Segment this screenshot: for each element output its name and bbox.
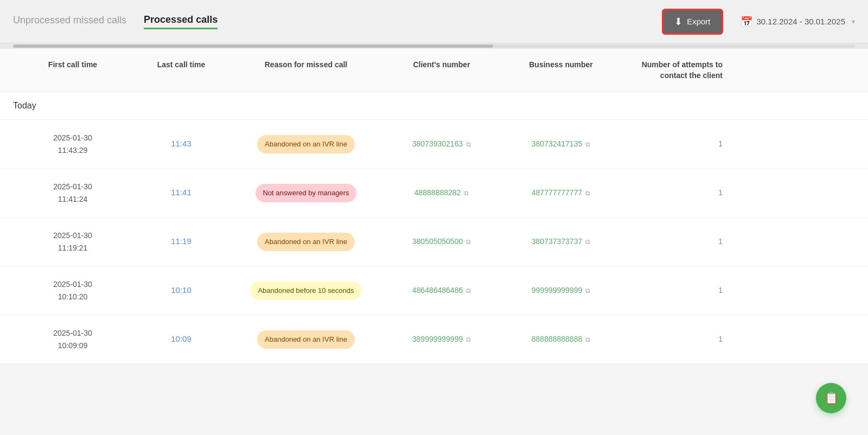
date-range-text: 30.12.2024 - 30.01.2025 xyxy=(757,17,845,26)
business-number-value: 999999999999 xyxy=(532,285,582,296)
calendar-icon: 📅 xyxy=(741,16,752,28)
chevron-down-icon: ▾ xyxy=(852,18,855,25)
clients-number-value: 380505050500 xyxy=(412,236,463,247)
cell-attempts: 1 xyxy=(621,178,729,207)
cell-clients-number: 380739302163 ⧉ xyxy=(382,130,501,158)
cell-reason: Abandoned before 10 seconds xyxy=(230,273,382,309)
cell-attempts: 1 xyxy=(621,130,729,158)
cell-business-number: 999999999999 ⧉ xyxy=(501,276,621,305)
date-range[interactable]: 📅 30.12.2024 - 30.01.2025 ▾ xyxy=(741,16,855,28)
table-row: 2025-01-3010:10:20 10:10 Abandoned befor… xyxy=(0,266,868,315)
scrollbar-track[interactable] xyxy=(13,44,855,48)
section-today: Today xyxy=(0,92,868,120)
cell-last-call-time: 10:10 xyxy=(132,276,230,305)
copy-icon[interactable]: ⧉ xyxy=(466,335,471,344)
copy-icon[interactable]: ⧉ xyxy=(585,139,590,149)
cell-reason: Abandoned on an IVR line xyxy=(230,126,382,162)
reason-badge: Not answered by managers xyxy=(256,184,357,202)
reason-badge: Abandoned before 10 seconds xyxy=(250,282,361,300)
cell-attempts: 1 xyxy=(621,276,729,305)
business-number-value: 380732417135 xyxy=(532,138,582,150)
cell-last-call-time: 11:43 xyxy=(132,129,230,159)
cell-last-call-time: 10:09 xyxy=(132,324,230,354)
reason-badge: Abandoned on an IVR line xyxy=(257,233,355,251)
cell-reason: Abandoned on an IVR line xyxy=(230,224,382,260)
business-number-value: 487777777777 xyxy=(532,187,582,199)
cell-first-call-time: 2025-01-3010:09:09 xyxy=(13,318,132,360)
clients-number-value: 380739302163 xyxy=(412,138,463,150)
tab-processed[interactable]: Processed calls xyxy=(144,14,218,29)
header: Unprocessed missed calls Processed calls… xyxy=(0,0,868,43)
cell-business-number: 380732417135 ⧉ xyxy=(501,130,621,158)
copy-icon[interactable]: ⧉ xyxy=(585,335,590,344)
cell-clients-number: 389999999999 ⧉ xyxy=(382,325,501,354)
rows-container: 2025-01-3011:43:29 11:43 Abandoned on an… xyxy=(0,120,868,364)
cell-clients-number: 380505050500 ⧉ xyxy=(382,227,501,256)
table-row: 2025-01-3011:19:21 11:19 Abandoned on an… xyxy=(0,218,868,266)
reason-badge: Abandoned on an IVR line xyxy=(257,330,355,349)
export-label: Export xyxy=(687,17,710,26)
table-row: 2025-01-3010:09:09 10:09 Abandoned on an… xyxy=(0,315,868,364)
copy-icon[interactable]: ⧉ xyxy=(585,237,590,247)
clients-number-value: 48888888282 xyxy=(414,187,461,199)
cell-attempts: 1 xyxy=(621,325,729,354)
export-button[interactable]: ⬇ Export xyxy=(662,9,723,35)
cell-first-call-time: 2025-01-3011:41:24 xyxy=(13,172,132,214)
cell-business-number: 487777777777 ⧉ xyxy=(501,178,621,207)
scrollbar-row xyxy=(0,43,868,49)
cell-reason: Not answered by managers xyxy=(230,175,382,211)
cell-attempts: 1 xyxy=(621,227,729,256)
cell-first-call-time: 2025-01-3011:43:29 xyxy=(13,123,132,165)
col-business-number: Business number xyxy=(501,49,621,92)
copy-icon[interactable]: ⧉ xyxy=(464,188,469,198)
col-last-call-time: Last call time xyxy=(132,49,230,92)
col-clients-number: Client's number xyxy=(382,49,501,92)
cell-business-number: 888888888888 ⧉ xyxy=(501,325,621,354)
reason-badge: Abandoned on an IVR line xyxy=(257,135,355,153)
scrollbar-thumb[interactable] xyxy=(13,44,493,48)
cell-business-number: 380737373737 ⧉ xyxy=(501,227,621,256)
table-row: 2025-01-3011:43:29 11:43 Abandoned on an… xyxy=(0,120,868,169)
cell-clients-number: 48888888282 ⧉ xyxy=(382,178,501,207)
table-row: 2025-01-3011:41:24 11:41 Not answered by… xyxy=(0,169,868,218)
col-attempts: Number of attempts to contact the client xyxy=(621,49,729,92)
table-container: First call time Last call time Reason fo… xyxy=(0,49,868,364)
cell-first-call-time: 2025-01-3011:19:21 xyxy=(13,221,132,263)
col-first-call-time: First call time xyxy=(13,49,132,92)
cell-last-call-time: 11:41 xyxy=(132,178,230,208)
cell-last-call-time: 11:19 xyxy=(132,227,230,257)
copy-icon[interactable]: ⧉ xyxy=(466,139,471,149)
tab-unprocessed[interactable]: Unprocessed missed calls xyxy=(13,15,126,28)
cell-clients-number: 486486486486 ⧉ xyxy=(382,276,501,305)
col-reason: Reason for missed call xyxy=(230,49,382,92)
cell-reason: Abandoned on an IVR line xyxy=(230,322,382,357)
clients-number-value: 389999999999 xyxy=(412,334,463,345)
business-number-value: 888888888888 xyxy=(532,334,582,345)
cell-first-call-time: 2025-01-3010:10:20 xyxy=(13,270,132,311)
copy-icon[interactable]: ⧉ xyxy=(585,286,590,296)
column-headers: First call time Last call time Reason fo… xyxy=(0,49,868,92)
copy-icon[interactable]: ⧉ xyxy=(466,237,471,247)
copy-icon[interactable]: ⧉ xyxy=(466,286,471,296)
clients-number-value: 486486486486 xyxy=(412,285,463,296)
copy-icon[interactable]: ⧉ xyxy=(585,188,590,198)
business-number-value: 380737373737 xyxy=(532,236,582,247)
export-icon: ⬇ xyxy=(674,16,682,28)
